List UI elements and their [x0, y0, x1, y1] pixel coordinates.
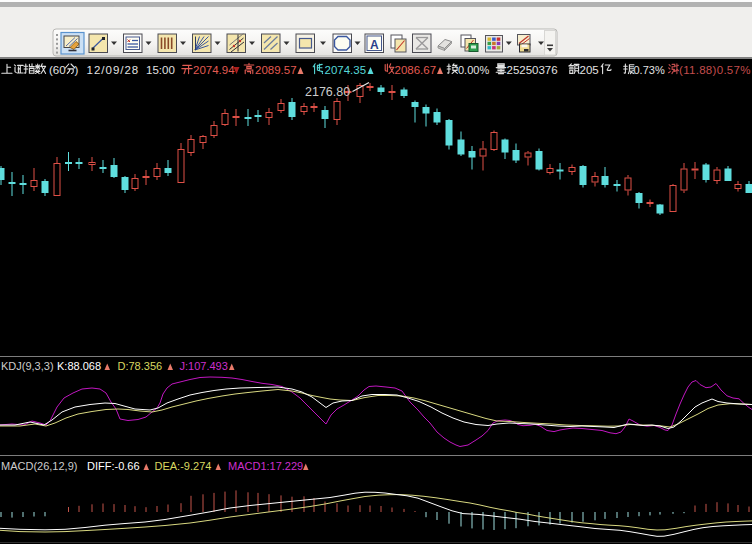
svg-text:(60: (60	[49, 64, 66, 76]
svg-text:(11.88)0.57%: (11.88)0.57%	[679, 64, 751, 76]
svg-text:0.73%: 0.73%	[634, 64, 665, 76]
svg-text:K:88.068: K:88.068	[57, 360, 101, 372]
svg-text:KDJ(9,3,3): KDJ(9,3,3)	[1, 360, 54, 372]
svg-text:25250376: 25250376	[507, 64, 558, 76]
svg-text:DIFF:-0.66: DIFF:-0.66	[87, 460, 140, 472]
svg-text:0.00%: 0.00%	[458, 64, 489, 76]
svg-text:2089.57: 2089.57	[255, 64, 297, 76]
svg-text:MACD(26,12,9): MACD(26,12,9)	[1, 460, 77, 472]
svg-text:2086.67: 2086.67	[395, 64, 437, 76]
svg-text:D:78.356: D:78.356	[118, 360, 163, 372]
svg-text:12/09/28: 12/09/28	[87, 64, 140, 76]
svg-text:2074.94: 2074.94	[193, 64, 235, 76]
svg-text:DEA:-9.274: DEA:-9.274	[155, 460, 212, 472]
svg-text:15:00: 15:00	[146, 64, 175, 76]
svg-text:): )	[75, 64, 79, 76]
svg-text:J:107.493: J:107.493	[180, 360, 228, 372]
svg-text:A: A	[370, 38, 379, 52]
svg-text:205: 205	[580, 64, 599, 76]
svg-text:2176.80: 2176.80	[305, 85, 350, 99]
svg-text:2074.35: 2074.35	[325, 64, 367, 76]
svg-text:MACD1:17.229: MACD1:17.229	[228, 460, 303, 472]
